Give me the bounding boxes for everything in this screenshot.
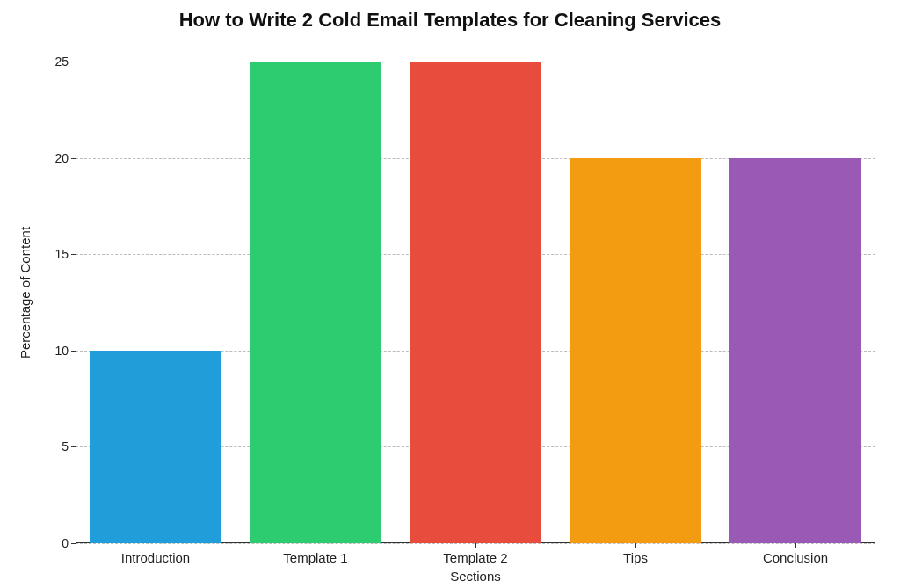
x-tick-label: Introduction <box>121 543 190 565</box>
bar <box>729 158 860 543</box>
x-tick-label: Template 1 <box>283 543 347 565</box>
y-tick-label: 15 <box>54 247 76 261</box>
y-tick-label: 10 <box>54 344 76 358</box>
x-tick-label: Template 2 <box>443 543 507 565</box>
bar <box>570 158 700 543</box>
y-tick-label: 25 <box>54 54 76 69</box>
bar <box>250 62 381 543</box>
y-tick-label: 0 <box>62 536 76 550</box>
y-tick-label: 20 <box>54 151 76 165</box>
y-tick-label: 5 <box>62 439 76 454</box>
x-tick-label: Conclusion <box>763 543 828 565</box>
bar <box>90 351 221 543</box>
y-axis-label: Percentage of Content <box>18 227 33 359</box>
bar <box>410 62 541 543</box>
chart-container: How to Write 2 Cold Email Templates for … <box>0 0 900 588</box>
x-tick-label: Tips <box>623 543 648 565</box>
plot-area: Percentage of Content Sections 051015202… <box>76 42 875 543</box>
x-axis-label: Sections <box>450 569 501 584</box>
chart-title: How to Write 2 Cold Email Templates for … <box>0 9 900 32</box>
y-axis-spine <box>76 42 76 543</box>
